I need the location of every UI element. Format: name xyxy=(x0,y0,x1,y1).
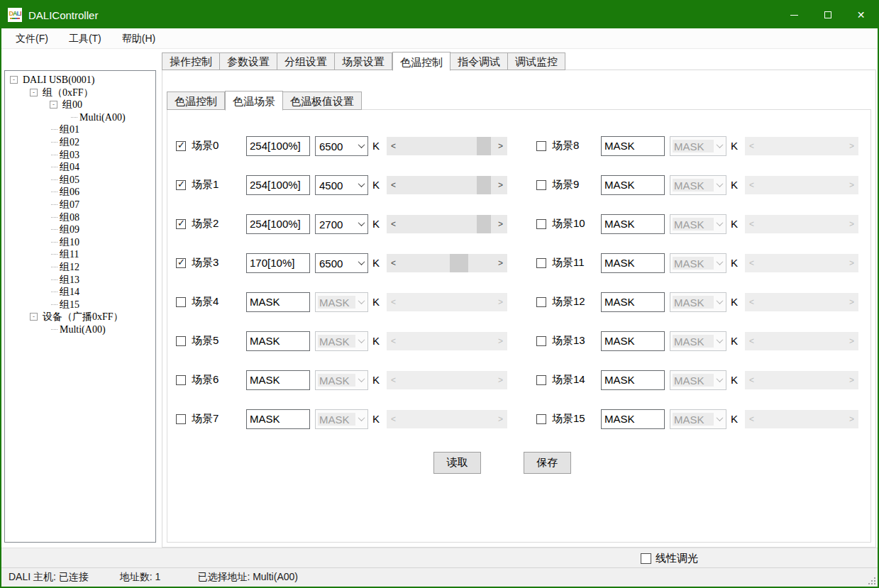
tree-item[interactable]: 组07 xyxy=(5,199,155,211)
temp-dropdown[interactable]: MASK xyxy=(315,292,368,312)
tree-item[interactable]: 组15 xyxy=(5,299,155,311)
scene-level-input[interactable] xyxy=(601,292,665,312)
linear-dimming-checkbox[interactable] xyxy=(641,553,651,564)
tree-item[interactable]: 组10 xyxy=(5,236,155,249)
tree-item[interactable]: 组08 xyxy=(5,211,155,224)
tree-item[interactable]: 组09 xyxy=(5,223,155,236)
scroll-left-icon[interactable]: < xyxy=(391,180,396,190)
temp-dropdown[interactable]: 4500 xyxy=(315,175,368,195)
temp-dropdown[interactable]: MASK xyxy=(315,331,368,351)
minimize-button[interactable] xyxy=(778,1,811,28)
maximize-button[interactable] xyxy=(811,1,844,28)
scene-level-input[interactable] xyxy=(601,214,665,234)
tree-item[interactable]: -DALI USB(0001) xyxy=(5,74,155,87)
temp-scrollbar[interactable]: <> xyxy=(387,137,507,155)
scrollbar-thumb[interactable] xyxy=(450,254,468,272)
tree-item[interactable]: 组04 xyxy=(5,161,155,174)
sub-tab-2[interactable]: 色温极值设置 xyxy=(283,91,362,110)
scene-checkbox[interactable] xyxy=(176,180,186,190)
save-button[interactable]: 保存 xyxy=(524,452,571,474)
scrollbar-thumb[interactable] xyxy=(477,137,491,155)
temp-scrollbar[interactable]: <> xyxy=(387,176,507,194)
temp-dropdown[interactable]: 6500 xyxy=(315,253,368,273)
scene-checkbox[interactable] xyxy=(536,258,546,268)
scene-level-input[interactable] xyxy=(246,292,310,312)
scene-level-input[interactable] xyxy=(246,370,310,390)
scene-level-input[interactable] xyxy=(246,253,310,273)
read-button[interactable]: 读取 xyxy=(433,452,481,474)
scene-level-input[interactable] xyxy=(246,409,310,429)
tree-expander-icon[interactable]: - xyxy=(30,89,38,96)
main-tab-2[interactable]: 分组设置 xyxy=(277,52,335,70)
scene-level-input[interactable] xyxy=(601,370,665,390)
temp-scrollbar[interactable]: <> xyxy=(387,215,507,233)
scene-checkbox[interactable] xyxy=(536,336,546,346)
scroll-left-icon[interactable]: < xyxy=(391,219,396,229)
scene-level-input[interactable] xyxy=(601,331,665,351)
main-tab-3[interactable]: 场景设置 xyxy=(335,52,392,70)
scroll-left-icon[interactable]: < xyxy=(391,258,396,268)
temp-dropdown[interactable]: MASK xyxy=(670,409,726,429)
tree-item[interactable]: 组14 xyxy=(5,286,155,299)
scene-checkbox[interactable] xyxy=(536,297,546,307)
menu-item-1[interactable]: 工具(T) xyxy=(62,30,108,47)
close-button[interactable]: ✕ xyxy=(844,1,878,28)
tree-item[interactable]: 组03 xyxy=(5,149,155,162)
scene-checkbox[interactable] xyxy=(536,180,546,190)
scene-checkbox[interactable] xyxy=(176,336,186,346)
scene-level-input[interactable] xyxy=(246,331,310,351)
main-tab-1[interactable]: 参数设置 xyxy=(220,52,277,70)
scene-checkbox[interactable] xyxy=(176,219,186,229)
scene-checkbox[interactable] xyxy=(536,375,546,385)
temp-dropdown[interactable]: MASK xyxy=(670,136,726,156)
scene-level-input[interactable] xyxy=(246,214,310,234)
main-tab-4[interactable]: 色温控制 xyxy=(392,52,450,71)
tree-item[interactable]: -组（0xFF） xyxy=(5,87,155,99)
main-tab-6[interactable]: 调试监控 xyxy=(508,52,565,70)
scroll-right-icon[interactable]: > xyxy=(498,258,503,268)
scroll-left-icon[interactable]: < xyxy=(391,141,396,151)
tree-expander-icon[interactable]: - xyxy=(50,101,57,109)
temp-dropdown[interactable]: MASK xyxy=(670,253,726,273)
scroll-right-icon[interactable]: > xyxy=(498,141,503,151)
scene-level-input[interactable] xyxy=(601,175,665,195)
scene-checkbox[interactable] xyxy=(536,141,546,151)
tree-item[interactable]: Multi(A00) xyxy=(5,323,155,336)
tree-item[interactable]: -组00 xyxy=(5,99,155,111)
scroll-right-icon[interactable]: > xyxy=(498,219,503,229)
tree-expander-icon[interactable]: - xyxy=(10,76,18,84)
tree-item[interactable]: 组05 xyxy=(5,174,155,187)
tree-item[interactable]: 组13 xyxy=(5,274,155,287)
tree-item[interactable]: 组01 xyxy=(5,123,155,136)
temp-scrollbar[interactable]: <> xyxy=(387,254,507,272)
sub-tab-1[interactable]: 色温场景 xyxy=(225,91,283,111)
temp-dropdown[interactable]: MASK xyxy=(670,292,726,312)
temp-dropdown[interactable]: MASK xyxy=(670,175,726,195)
sub-tab-0[interactable]: 色温控制 xyxy=(167,91,225,110)
scene-level-input[interactable] xyxy=(246,136,310,156)
scene-checkbox[interactable] xyxy=(176,258,186,268)
scene-level-input[interactable] xyxy=(601,136,665,156)
temp-dropdown[interactable]: MASK xyxy=(670,214,726,234)
scene-checkbox[interactable] xyxy=(176,375,186,385)
scene-level-input[interactable] xyxy=(601,409,665,429)
main-tab-0[interactable]: 操作控制 xyxy=(162,52,220,70)
menu-item-2[interactable]: 帮助(H) xyxy=(116,30,162,47)
temp-dropdown[interactable]: 6500 xyxy=(315,136,368,156)
temp-dropdown[interactable]: MASK xyxy=(315,409,368,429)
scene-level-input[interactable] xyxy=(246,175,310,195)
temp-dropdown[interactable]: 2700 xyxy=(315,214,368,234)
resize-grip[interactable] xyxy=(868,577,875,584)
scene-level-input[interactable] xyxy=(601,253,665,273)
scene-checkbox[interactable] xyxy=(176,297,186,307)
tree-item[interactable]: 组12 xyxy=(5,261,155,274)
tree-item[interactable]: 组11 xyxy=(5,248,155,261)
tree-item[interactable]: 组06 xyxy=(5,186,155,199)
scene-checkbox[interactable] xyxy=(536,414,546,424)
menu-item-0[interactable]: 文件(F) xyxy=(9,30,55,47)
tree-item[interactable]: 组02 xyxy=(5,136,155,149)
tree-item[interactable]: Multi(A00) xyxy=(5,111,155,124)
scene-checkbox[interactable] xyxy=(536,219,546,229)
scene-checkbox[interactable] xyxy=(176,414,186,424)
scrollbar-thumb[interactable] xyxy=(477,176,491,194)
